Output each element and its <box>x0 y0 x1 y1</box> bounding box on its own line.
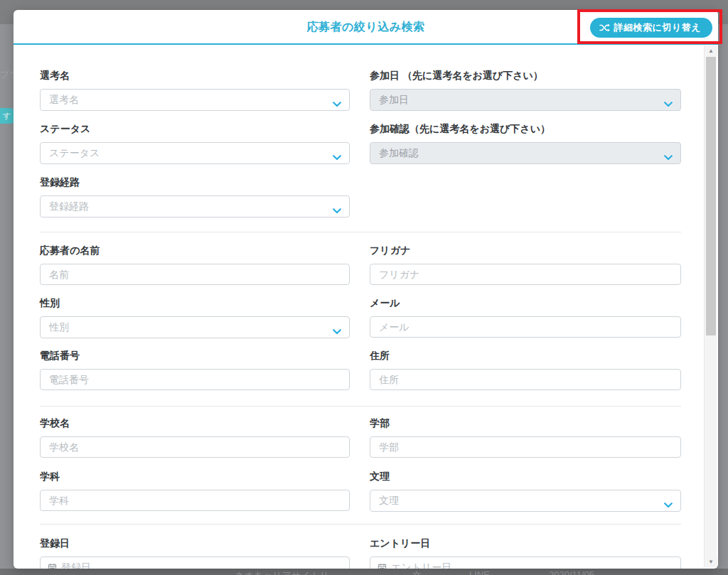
registration-date-label: 登録日 <box>40 537 350 549</box>
select-placeholder: 選考名 <box>49 94 79 107</box>
section-divider <box>40 524 681 525</box>
status-select[interactable]: ステータス <box>40 142 350 164</box>
address-input[interactable] <box>370 369 681 390</box>
chevron-down-icon <box>664 498 673 511</box>
selection-name-label: 選考名 <box>40 69 350 82</box>
background-cell-gender: 文 <box>412 569 422 575</box>
chevron-down-icon <box>664 151 673 163</box>
field-registration-date: 登録日 <box>40 537 350 569</box>
applicant-filter-search-modal: 応募者の絞り込み検索 詳細検索に切り替え 選考名 選考名 <box>14 10 718 569</box>
select-placeholder: 参加確認 <box>379 147 419 160</box>
select-placeholder: 性別 <box>49 321 69 334</box>
participation-confirm-label: 参加確認（先に選考名をお選び下さい） <box>370 122 681 135</box>
entry-date-label: エントリー日 <box>370 537 681 549</box>
registration-route-label: 登録経路 <box>40 176 350 188</box>
chevron-down-icon <box>333 204 341 217</box>
registration-date-input[interactable] <box>40 557 350 569</box>
scrollbar-down-icon[interactable]: ▼ <box>705 557 717 567</box>
field-furigana: フリガナ <box>370 244 681 285</box>
field-phone: 電話番号 <box>40 349 350 390</box>
field-participation-date: 参加日 （先に選考名をお選び下さい） 参加日 <box>370 69 681 111</box>
selection-name-select[interactable]: 選考名 <box>40 89 350 111</box>
phone-label: 電話番号 <box>40 349 350 362</box>
switch-to-detail-search-button[interactable]: 詳細検索に切り替え <box>590 18 712 38</box>
bunri-select[interactable]: 文理 <box>370 490 681 512</box>
background-table-row: ネオキャリアサイトリ 文 LINE 2020/11/05 <box>0 569 728 575</box>
select-placeholder: 参加日 <box>379 94 409 107</box>
field-bunri: 文理 文理 <box>370 470 681 512</box>
background-cell-channel: LINE <box>469 569 490 575</box>
filter-form: 選考名 選考名 参加日 （先に選考名をお選び下さい） 参加日 ステータス ステー… <box>14 46 718 569</box>
field-applicant-name: 応募者の名前 <box>40 244 350 285</box>
chevron-down-icon <box>333 151 341 163</box>
chevron-down-icon <box>333 325 341 338</box>
field-email: メール <box>370 296 681 338</box>
faculty-label: 学部 <box>370 417 681 429</box>
field-gender: 性別 性別 <box>40 296 350 338</box>
shuffle-icon <box>599 23 610 33</box>
participation-date-select[interactable]: 参加日 <box>370 89 681 111</box>
status-label: ステータス <box>40 122 350 135</box>
entry-date-input[interactable] <box>370 557 681 569</box>
email-input[interactable] <box>370 316 681 338</box>
background-cell-company: ネオキャリアサイトリ <box>235 569 329 575</box>
select-placeholder: ステータス <box>49 147 100 160</box>
scrollbar-up-icon[interactable]: ▲ <box>705 45 717 56</box>
select-placeholder: 文理 <box>379 495 399 507</box>
field-entry-date: エントリー日 <box>370 537 681 569</box>
field-selection-name: 選考名 選考名 <box>40 69 350 111</box>
field-department: 学科 <box>40 470 350 511</box>
field-address: 住所 <box>370 349 681 390</box>
section-divider <box>40 406 681 407</box>
background-text-fragment: ブウ <box>0 68 14 81</box>
section-divider <box>40 232 681 232</box>
department-input[interactable] <box>40 490 350 511</box>
field-faculty: 学部 <box>370 417 681 458</box>
background-button-fragment: す <box>0 108 14 124</box>
chevron-down-icon <box>333 97 341 110</box>
faculty-input[interactable] <box>370 436 681 458</box>
furigana-label: フリガナ <box>370 244 681 257</box>
email-label: メール <box>370 296 681 309</box>
field-registration-route: 登録経路 登録経路 <box>40 176 350 217</box>
field-status: ステータス ステータス <box>40 122 350 164</box>
background-cell-date: 2020/11/05 <box>549 569 594 575</box>
calendar-icon <box>48 563 57 569</box>
participation-confirm-select[interactable]: 参加確認 <box>370 142 681 164</box>
bunri-label: 文理 <box>370 470 681 483</box>
gender-select[interactable]: 性別 <box>40 316 350 338</box>
gender-label: 性別 <box>40 296 350 309</box>
furigana-input[interactable] <box>370 264 681 285</box>
school-name-label: 学校名 <box>40 417 350 429</box>
participation-date-label: 参加日 （先に選考名をお選び下さい） <box>370 69 681 82</box>
select-placeholder: 登録経路 <box>49 200 89 213</box>
applicant-name-label: 応募者の名前 <box>40 244 350 257</box>
scrollbar-thumb[interactable] <box>706 57 716 335</box>
address-label: 住所 <box>370 349 681 362</box>
field-participation-confirm: 参加確認（先に選考名をお選び下さい） 参加確認 <box>370 122 681 164</box>
registration-route-select[interactable]: 登録経路 <box>40 195 350 217</box>
applicant-name-input[interactable] <box>40 264 350 285</box>
chevron-down-icon <box>664 97 673 110</box>
phone-input[interactable] <box>40 369 350 390</box>
registration-date-field[interactable] <box>57 558 349 569</box>
entry-date-field[interactable] <box>387 558 680 569</box>
modal-scrollbar[interactable]: ▲ ▼ <box>704 45 717 567</box>
department-label: 学科 <box>40 470 350 483</box>
switch-button-label: 詳細検索に切り替え <box>614 21 701 34</box>
calendar-icon <box>378 563 387 569</box>
field-school-name: 学校名 <box>40 417 350 458</box>
school-name-input[interactable] <box>40 436 350 458</box>
modal-header: 応募者の絞り込み検索 詳細検索に切り替え <box>14 10 718 45</box>
